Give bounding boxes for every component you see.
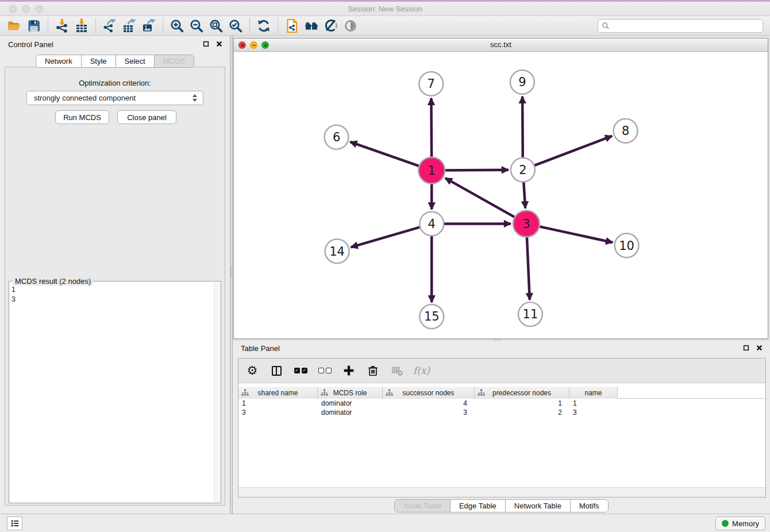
network-graph[interactable]: 7968124314101511 [234, 52, 768, 338]
first-neighbors-button[interactable] [302, 17, 321, 34]
node-2[interactable]: 2 [511, 158, 535, 182]
export-network-button[interactable] [100, 17, 120, 34]
node-7[interactable]: 7 [419, 72, 443, 96]
table-row[interactable]: 1dominator411 [238, 399, 765, 408]
gear-icon: ⚙ [247, 365, 258, 377]
table-options-button[interactable]: ⚙ [244, 363, 260, 379]
refresh-view-button[interactable] [254, 17, 274, 34]
network-window-titlebar[interactable]: scc.txt [234, 38, 768, 52]
column-label: successor nodes [402, 389, 454, 397]
hierarchy-icon [386, 389, 393, 396]
node-9[interactable]: 9 [510, 70, 534, 94]
delete-table-icon [391, 364, 403, 377]
cell-predecessor-nodes: 1 [475, 399, 569, 408]
column-label: shared name [257, 389, 298, 397]
splitter-grip[interactable] [230, 267, 232, 277]
table-body: 1dominator4113dominator323 [238, 399, 765, 417]
tab-node-table[interactable]: Node Table [395, 500, 451, 512]
table-toolbar: ⚙ ✓✓ f(x) [238, 358, 765, 383]
delete-columns-button[interactable] [365, 363, 381, 379]
node-8[interactable]: 8 [614, 119, 638, 143]
tab-select[interactable]: Select [116, 55, 155, 67]
svg-text:15: 15 [424, 310, 440, 323]
tab-edge-table[interactable]: Edge Table [451, 500, 506, 512]
hierarchy-icon [241, 389, 249, 396]
task-history-button[interactable] [7, 516, 22, 530]
result-scrollbar[interactable] [214, 282, 220, 502]
table-row[interactable]: 3dominator323 [238, 408, 765, 417]
save-session-button[interactable] [24, 17, 44, 34]
mcds-result-text: 1 3 [11, 285, 213, 500]
cell-shared-name: 1 [238, 399, 318, 408]
criterion-dropdown[interactable]: strongly connected component [26, 91, 203, 105]
add-column-button[interactable] [341, 363, 357, 379]
tab-mcds[interactable]: MCDS [155, 55, 194, 67]
column-header-name[interactable]: name [569, 387, 618, 399]
zoom-in-icon [170, 18, 184, 33]
toolbar-separator [163, 18, 163, 33]
edge-3-1[interactable] [445, 178, 526, 224]
column-header-mcds-role[interactable]: MCDS role [318, 387, 383, 399]
network-canvas[interactable]: 7968124314101511 [234, 52, 768, 338]
float-table-panel-button[interactable] [742, 344, 750, 352]
column-label: name [584, 389, 602, 397]
column-header-shared-name[interactable]: shared name [238, 387, 318, 399]
node-11[interactable]: 11 [518, 302, 542, 326]
export-network-icon [102, 18, 117, 33]
search-input[interactable] [610, 20, 759, 32]
import-network-button[interactable] [52, 17, 72, 34]
node-3[interactable]: 3 [513, 210, 540, 237]
float-panel-button[interactable] [202, 40, 210, 48]
export-table-button[interactable] [120, 17, 139, 34]
svg-text:6: 6 [333, 130, 340, 144]
open-folder-icon [7, 18, 22, 33]
svg-text:1: 1 [428, 164, 436, 178]
open-session-button[interactable] [5, 17, 24, 34]
unselect-all-columns-button[interactable] [317, 363, 333, 379]
column-header-predecessor-nodes[interactable]: predecessor nodes [475, 387, 569, 399]
select-all-columns-button[interactable]: ✓✓ [292, 363, 309, 379]
tab-motifs[interactable]: Motifs [571, 500, 608, 512]
export-table-icon [122, 18, 137, 33]
close-panel-button-mcds[interactable]: Close panel [117, 110, 176, 124]
node-14[interactable]: 14 [325, 239, 349, 263]
run-mcds-button[interactable]: Run MCDS [55, 110, 109, 124]
import-table-button[interactable] [72, 17, 91, 34]
tab-network-table[interactable]: Network Table [506, 500, 571, 512]
hierarchy-icon [478, 389, 485, 396]
zoom-out-button[interactable] [187, 17, 206, 34]
node-1[interactable]: 1 [418, 157, 445, 184]
memory-button[interactable]: Memory [715, 516, 765, 530]
table-horizontal-scrollbar[interactable] [238, 487, 765, 497]
network-view-window: scc.txt 7968124314101511 [233, 38, 768, 339]
hierarchy-icon [321, 389, 328, 396]
fx-icon: f(x) [413, 365, 430, 376]
node-15[interactable]: 15 [419, 304, 444, 329]
zoom-selected-button[interactable] [226, 17, 245, 34]
memory-label: Memory [732, 519, 759, 528]
dropdown-stepper-icon [192, 94, 197, 102]
tab-style[interactable]: Style [82, 55, 116, 67]
function-builder-button[interactable]: f(x) [413, 363, 430, 379]
show-column-panel-button[interactable] [268, 363, 284, 379]
node-6[interactable]: 6 [325, 125, 349, 149]
close-panel-button[interactable] [215, 40, 223, 48]
close-table-panel-button[interactable] [756, 344, 763, 352]
zoom-in-button[interactable] [167, 17, 187, 34]
tab-network[interactable]: Network [36, 55, 82, 67]
svg-text:3: 3 [522, 217, 530, 231]
export-image-button[interactable] [139, 17, 159, 34]
trash-icon [367, 364, 379, 377]
svg-text:9: 9 [518, 75, 526, 89]
delete-table-button[interactable] [389, 363, 405, 379]
network-window-title: scc.txt [234, 38, 768, 51]
search-box[interactable] [598, 19, 763, 33]
new-network-from-selection-button[interactable] [282, 17, 302, 34]
zoom-fit-button[interactable] [206, 17, 226, 34]
hide-selected-button[interactable] [321, 17, 341, 34]
node-10[interactable]: 10 [615, 233, 639, 257]
column-header-successor-nodes[interactable]: successor nodes [383, 387, 475, 399]
edge-2-8[interactable] [523, 136, 612, 170]
show-all-button[interactable] [341, 17, 360, 34]
node-4[interactable]: 4 [419, 211, 444, 236]
